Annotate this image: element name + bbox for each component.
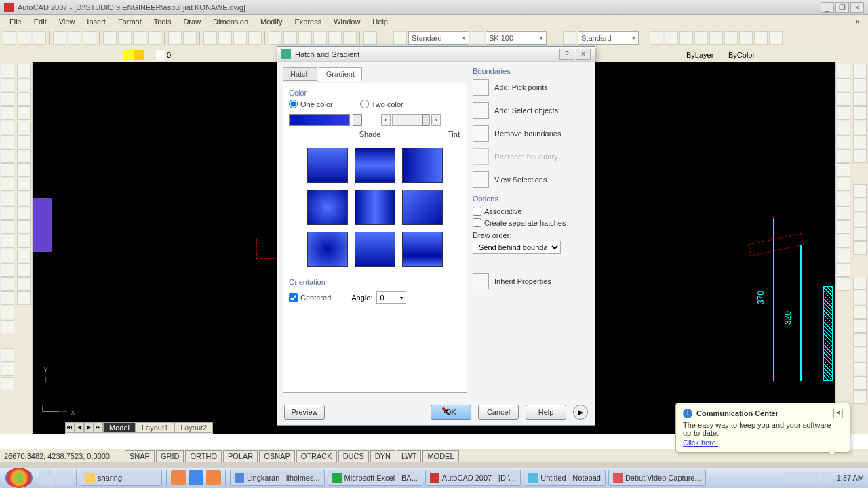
help2-icon[interactable] [826, 49, 838, 61]
tab-hatch[interactable]: Hatch [283, 67, 317, 81]
tab-layout1[interactable]: Layout1 [136, 422, 174, 433]
open-icon[interactable] [18, 31, 31, 45]
zoom6-icon[interactable] [853, 348, 867, 361]
scale-icon[interactable] [837, 163, 850, 177]
splinedit-icon[interactable] [853, 106, 867, 120]
point-icon[interactable] [1, 249, 14, 262]
linetype-combo[interactable]: ByLayer [686, 51, 727, 59]
move-icon[interactable] [837, 135, 850, 148]
help-button[interactable]: Help [526, 405, 566, 420]
tab-next-icon[interactable]: ▶ [84, 422, 94, 433]
draworder-icon[interactable] [853, 64, 867, 77]
tray-icon[interactable] [796, 472, 807, 483]
match-props-icon[interactable] [148, 31, 161, 45]
zoom-rt-icon[interactable] [218, 31, 232, 45]
mtext2-icon[interactable] [1, 320, 14, 333]
tab-first-icon[interactable]: ⏮ [65, 422, 75, 433]
inherit-properties-button[interactable]: Inherit Properties [494, 277, 551, 285]
express-icon[interactable] [840, 49, 852, 61]
qcalc-icon[interactable] [343, 31, 357, 45]
help-icon[interactable] [363, 31, 377, 45]
layer-prev-icon[interactable] [35, 49, 47, 61]
view-selections-icon[interactable] [473, 171, 489, 188]
gradient-pattern-3[interactable] [402, 148, 443, 183]
expand-dialog-button[interactable]: ▶ [573, 405, 588, 420]
erase-icon[interactable] [837, 64, 850, 77]
dim-update-icon[interactable] [17, 291, 31, 305]
zoom-window-icon[interactable] [248, 31, 262, 45]
menu-insert[interactable]: Insert [81, 16, 111, 27]
gradient-pattern-9[interactable] [402, 232, 443, 267]
ltype-icon[interactable] [799, 49, 811, 61]
arc-icon[interactable] [1, 135, 14, 148]
gradient-pattern-1[interactable] [307, 148, 348, 183]
dimstyle-icon[interactable] [393, 31, 407, 45]
plot-preview-icon[interactable] [68, 31, 81, 45]
zoom-prev-icon[interactable] [233, 31, 247, 45]
comm-link[interactable]: Click here. [683, 439, 843, 447]
join-icon[interactable] [837, 235, 850, 248]
taskbar-item[interactable]: sharing [81, 470, 162, 486]
spell-icon[interactable] [724, 31, 738, 45]
color-swatch[interactable] [289, 114, 350, 126]
osnap-toggle[interactable]: OSNAP [259, 450, 295, 462]
offset-icon[interactable] [837, 106, 850, 120]
save-icon[interactable] [33, 31, 46, 45]
menu-tools[interactable]: Tools [149, 16, 177, 27]
tray-icon[interactable] [821, 472, 831, 483]
two-color-radio[interactable]: Two color [360, 100, 403, 108]
zoom9-icon[interactable] [853, 390, 867, 404]
publish-icon[interactable] [83, 31, 96, 45]
dim-quick-icon[interactable] [17, 178, 31, 191]
snap-int-icon[interactable] [1, 377, 14, 390]
spline-icon[interactable] [1, 178, 14, 191]
dim-icon[interactable] [471, 31, 484, 45]
slider-right-arrow[interactable]: › [431, 114, 441, 126]
tab-gradient[interactable]: Gradient [319, 67, 362, 81]
dim-aligned-icon[interactable] [17, 78, 31, 92]
hatch-edit-icon[interactable] [853, 78, 867, 92]
mledit-icon[interactable] [853, 121, 867, 134]
separate-hatches-checkbox[interactable] [473, 218, 481, 227]
zoom5-icon[interactable] [853, 333, 867, 347]
quicklaunch-icon[interactable] [206, 470, 221, 485]
clock[interactable]: 1:37 AM [837, 474, 864, 482]
properties-icon[interactable] [269, 31, 282, 45]
inherit-properties-icon[interactable] [473, 273, 489, 289]
gradient-pattern-4[interactable] [307, 190, 348, 225]
zoom8-icon[interactable] [853, 376, 867, 390]
tooltip-close-button[interactable]: × [833, 409, 843, 418]
layer-off-icon[interactable] [76, 49, 88, 61]
lwt-toggle[interactable]: LWT [397, 450, 421, 462]
polygon-icon[interactable] [1, 106, 14, 120]
pick-points-icon[interactable] [473, 79, 489, 96]
menu-view[interactable]: View [54, 16, 81, 27]
tint-slider[interactable]: ‹ › [381, 114, 441, 126]
ortho-toggle[interactable]: ORTHO [185, 450, 222, 462]
menu-file[interactable]: File [4, 16, 27, 27]
menu-modify[interactable]: Modify [255, 16, 288, 27]
pedit-icon[interactable] [853, 92, 867, 106]
dim-jog-icon[interactable] [17, 135, 31, 148]
explode-icon[interactable] [837, 277, 850, 291]
menu-format[interactable]: Format [113, 16, 147, 27]
view-selections-button[interactable]: View Selections [494, 176, 547, 184]
textstyle-icon[interactable] [563, 31, 576, 45]
layer-filter-icon[interactable] [16, 49, 28, 61]
gradient-pattern-8[interactable] [355, 232, 395, 267]
zoom2-icon[interactable] [853, 291, 867, 304]
mtext-icon[interactable] [665, 31, 678, 45]
new-icon[interactable] [3, 31, 16, 45]
gradient-pattern-2[interactable] [355, 148, 395, 183]
text-a-icon[interactable] [650, 31, 663, 45]
remove-boundaries-button[interactable]: Remove boundaries [494, 129, 561, 138]
layer-states-icon[interactable] [104, 49, 117, 61]
make-block-icon[interactable] [1, 235, 14, 248]
sun-icon[interactable] [134, 50, 144, 60]
pick-points-button[interactable]: Add: Pick points [494, 83, 548, 92]
id-icon[interactable] [853, 241, 867, 255]
model-toggle[interactable]: MODEL [422, 450, 458, 462]
layer-freeze-icon[interactable] [62, 49, 75, 61]
polar-toggle[interactable]: POLAR [223, 450, 258, 462]
layer-iso-icon[interactable] [49, 49, 61, 61]
